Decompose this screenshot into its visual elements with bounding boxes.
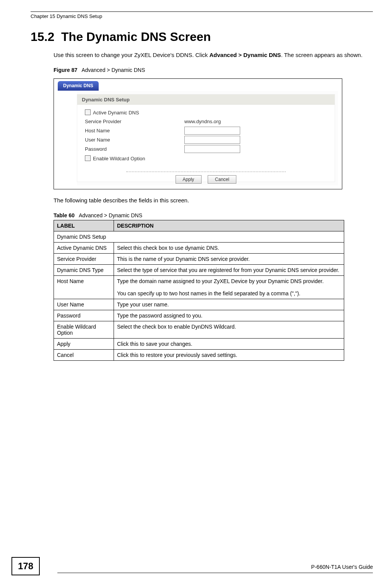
intro-bold: Advanced > Dynamic DNS — [209, 52, 281, 58]
dynamic-dns-tab[interactable]: Dynamic DNS — [58, 81, 99, 91]
table-label-cell: Host Name — [54, 275, 114, 299]
password-label: Password — [85, 146, 184, 152]
table-label-cell: Dynamic DNS Type — [54, 264, 114, 275]
table-row: Service ProviderThis is the name of your… — [54, 253, 344, 264]
service-provider-label: Service Provider — [85, 119, 184, 124]
figure-caption-text: Advanced > Dynamic DNS — [81, 67, 145, 73]
table-caption-text: Advanced > Dynamic DNS — [79, 212, 142, 218]
table-desc-cell: Type the domain name assigned to your Zy… — [114, 275, 344, 299]
user-name-label: User Name — [85, 137, 184, 143]
apply-button[interactable]: Apply — [176, 175, 202, 184]
table-row: Dynamic DNS TypeSelect the type of servi… — [54, 264, 344, 275]
host-name-label: Host Name — [85, 128, 184, 134]
table-row: User NameType your user name. — [54, 299, 344, 310]
table-desc-cell: Type the password assigned to you. — [114, 310, 344, 321]
th-desc: DESCRIPTION — [114, 220, 344, 231]
section-heading: The Dynamic DNS Screen — [61, 30, 211, 44]
guide-name: P-660N-T1A User's Guide — [311, 564, 373, 570]
table-section-cell: Dynamic DNS Setup — [54, 231, 344, 242]
table-desc-cell: Click this to save your changes. — [114, 338, 344, 349]
table-label-cell: Enable Wildcard Option — [54, 321, 114, 338]
active-ddns-checkbox[interactable] — [85, 109, 91, 115]
table-label-cell: Password — [54, 310, 114, 321]
intro-paragraph: Use this screen to change your ZyXEL Dev… — [54, 51, 373, 59]
figure-caption-prefix: Figure 87 — [54, 67, 77, 73]
panel-title: Dynamic DNS Setup — [77, 94, 335, 105]
table-desc-cell: This is the name of your Dynamic DNS ser… — [114, 253, 344, 264]
table-label-cell: Apply — [54, 338, 114, 349]
table-desc-cell: Type your user name. — [114, 299, 344, 310]
table-desc-cell: Select this check box to use dynamic DNS… — [114, 242, 344, 253]
intro-post: . The screen appears as shown. — [281, 52, 363, 58]
description-table: LABEL DESCRIPTION Dynamic DNS SetupActiv… — [54, 220, 344, 361]
table-caption-prefix: Table 60 — [54, 212, 75, 218]
table-row: ApplyClick this to save your changes. — [54, 338, 344, 349]
table-label-cell: Active Dynamic DNS — [54, 242, 114, 253]
cancel-button[interactable]: Cancel — [208, 175, 236, 184]
table-desc-cell: Click this to restore your previously sa… — [114, 349, 344, 360]
wildcard-row: Enable Wildcard Option — [85, 155, 184, 161]
service-provider-value: www.dyndns.org — [184, 119, 221, 124]
figure-screenshot: Dynamic DNS Dynamic DNS Setup Active Dyn… — [54, 78, 342, 189]
table-label-cell: Service Provider — [54, 253, 114, 264]
active-ddns-label: Active Dynamic DNS — [93, 110, 139, 116]
table-intro: The following table describes the fields… — [54, 196, 373, 205]
table-row: Enable Wildcard OptionSelect the check b… — [54, 321, 344, 338]
table-row: Host NameType the domain name assigned t… — [54, 275, 344, 299]
table-row: PasswordType the password assigned to yo… — [54, 310, 344, 321]
table-row: Active Dynamic DNSSelect this check box … — [54, 242, 344, 253]
active-ddns-row: Active Dynamic DNS — [85, 109, 184, 116]
th-label: LABEL — [54, 220, 114, 231]
chapter-line: Chapter 15 Dynamic DNS Setup — [31, 13, 373, 19]
separator — [126, 171, 286, 172]
intro-pre: Use this screen to change your ZyXEL Dev… — [54, 52, 209, 58]
table-row: Dynamic DNS Setup — [54, 231, 344, 242]
table-desc-cell: Select the type of service that you are … — [114, 264, 344, 275]
host-name-input[interactable] — [184, 127, 240, 135]
table-desc-cell: Select the check box to enable DynDNS Wi… — [114, 321, 344, 338]
table-caption: Table 60 Advanced > Dynamic DNS — [54, 212, 373, 218]
panel: Dynamic DNS Setup Active Dynamic DNS Ser… — [77, 91, 338, 185]
table-row: CancelClick this to restore your previou… — [54, 349, 344, 360]
section-title: 15.2 The Dynamic DNS Screen — [31, 30, 373, 44]
page-number: 178 — [11, 557, 40, 575]
wildcard-checkbox[interactable] — [85, 155, 91, 161]
password-input[interactable] — [184, 145, 240, 153]
user-name-input[interactable] — [184, 136, 240, 144]
wildcard-label: Enable Wildcard Option — [93, 156, 145, 161]
figure-caption: Figure 87 Advanced > Dynamic DNS — [54, 67, 373, 73]
table-label-cell: Cancel — [54, 349, 114, 360]
section-number: 15.2 — [31, 30, 54, 44]
table-label-cell: User Name — [54, 299, 114, 310]
